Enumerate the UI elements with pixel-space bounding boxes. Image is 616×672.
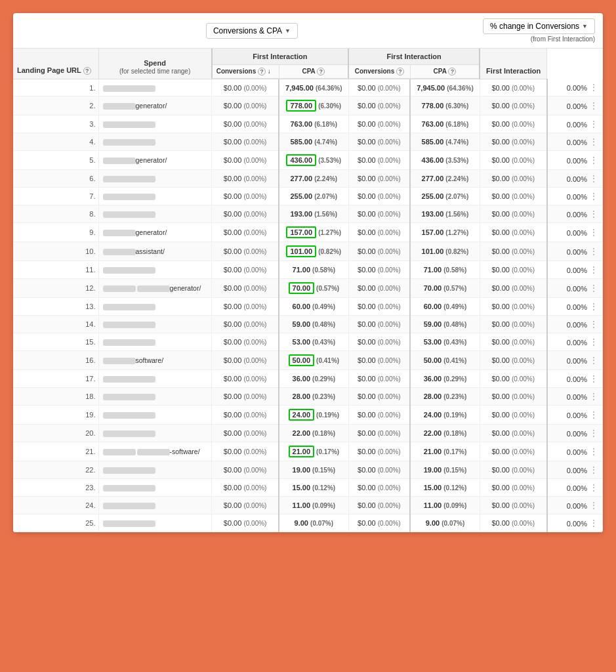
row-menu-icon[interactable]: ⋮ — [589, 518, 598, 528]
row-menu-icon[interactable]: ⋮ — [589, 319, 598, 329]
row-change: 0.00% ⋮ — [547, 514, 603, 532]
change-conversions-dropdown[interactable]: % change in Conversions ▼ — [483, 18, 595, 34]
row-conv1: 778.00 (6.30%) — [279, 96, 348, 116]
row-conv1: 7,945.00 (64.36%) — [279, 79, 348, 96]
cpa2-value: $0.00 — [491, 519, 510, 527]
spend-pct: (0.00%) — [243, 229, 266, 236]
row-menu-icon[interactable]: ⋮ — [589, 428, 598, 438]
row-number: 12. — [13, 279, 98, 298]
url-text: generator/ — [170, 284, 201, 292]
spend-pct: (0.00%) — [243, 303, 266, 310]
table-row: 3.$0.00 (0.00%)763.00 (6.18%)$0.00 (0.00… — [13, 116, 603, 133]
row-number: 6. — [13, 170, 98, 188]
row-url — [98, 205, 212, 223]
row-cpa2: $0.00 (0.00%) — [480, 333, 546, 351]
row-spend: $0.00 (0.00%) — [212, 497, 279, 514]
row-menu-icon[interactable]: ⋮ — [589, 100, 598, 111]
table-row: 18.$0.00 (0.00%)28.00 (0.23%)$0.00 (0.00… — [13, 388, 603, 406]
row-menu-icon[interactable]: ⋮ — [589, 446, 598, 457]
row-menu-icon[interactable]: ⋮ — [589, 82, 598, 93]
row-menu-icon[interactable]: ⋮ — [589, 173, 598, 184]
row-conv2: 22.00 (0.18%) — [410, 425, 480, 442]
row-menu-icon[interactable]: ⋮ — [589, 246, 598, 257]
spend-value: $0.00 — [224, 466, 242, 474]
spend-pct: (0.00%) — [243, 175, 266, 182]
cpa2-value: $0.00 — [491, 175, 510, 182]
row-menu-icon[interactable]: ⋮ — [589, 209, 598, 219]
row-menu-icon[interactable]: ⋮ — [589, 391, 598, 402]
row-url — [98, 333, 212, 351]
conv1-value: 157.00 — [286, 226, 316, 238]
conv2-pct: (0.07%) — [441, 520, 464, 527]
row-menu-icon[interactable]: ⋮ — [589, 410, 598, 420]
conv1-sort-icon[interactable]: ↓ — [268, 68, 271, 75]
row-cpa2: $0.00 (0.00%) — [480, 406, 546, 425]
cpa2-value: $0.00 — [491, 102, 510, 110]
row-spend: $0.00 (0.00%) — [212, 461, 279, 479]
cpa2-value: $0.00 — [491, 429, 510, 437]
table-row: 10.assistant/$0.00 (0.00%)101.00 (0.82%)… — [13, 242, 603, 261]
conv2-value: 15.00 — [424, 484, 442, 492]
row-conv1: 255.00 (2.07%) — [279, 188, 348, 205]
row-menu-icon[interactable]: ⋮ — [589, 155, 598, 165]
conv2-pct: (0.48%) — [443, 321, 466, 328]
cpa1-value: $0.00 — [358, 175, 376, 182]
spend-value: $0.00 — [224, 484, 242, 492]
row-menu-icon[interactable]: ⋮ — [589, 283, 598, 293]
row-menu-icon[interactable]: ⋮ — [589, 373, 598, 384]
table-row: 14.$0.00 (0.00%)59.00 (0.48%)$0.00 (0.00… — [13, 316, 603, 333]
cpa2-pct: (0.00%) — [512, 467, 535, 474]
row-spend: $0.00 (0.00%) — [212, 316, 279, 333]
row-url — [98, 497, 212, 514]
row-menu-icon[interactable]: ⋮ — [589, 227, 598, 238]
row-menu-icon[interactable]: ⋮ — [589, 337, 598, 347]
row-conv1: 36.00 (0.29%) — [279, 370, 348, 388]
row-menu-icon[interactable]: ⋮ — [589, 136, 598, 147]
cpa1-help-icon[interactable]: ? — [317, 68, 325, 75]
cpa2-help-icon[interactable]: ? — [448, 68, 456, 75]
conversions-cpa-dropdown[interactable]: Conversions & CPA ▼ — [206, 23, 298, 39]
conv1-value: 70.00 — [289, 282, 315, 294]
table-row: 23.$0.00 (0.00%)15.00 (0.12%)$0.00 (0.00… — [13, 479, 603, 497]
conv1-value: 50.00 — [289, 354, 315, 366]
conv2-help-icon[interactable]: ? — [396, 68, 404, 75]
change-value: 0.00% — [567, 321, 587, 329]
conversions-cpa-label: Conversions & CPA — [213, 26, 282, 35]
blurred-url — [103, 339, 155, 346]
row-menu-icon[interactable]: ⋮ — [589, 500, 598, 511]
cpa2-pct: (0.00%) — [512, 85, 535, 92]
cpa2-value: $0.00 — [491, 84, 510, 92]
cpa2-pct: (0.00%) — [512, 448, 535, 455]
cpa1-pct: (0.00%) — [378, 211, 401, 218]
row-cpa1: $0.00 (0.00%) — [348, 514, 410, 532]
cpa1-pct: (0.00%) — [378, 229, 401, 236]
cpa2-value: $0.00 — [491, 466, 510, 474]
landing-page-help-icon[interactable]: ? — [83, 67, 91, 75]
table-row: 9.generator/$0.00 (0.00%)157.00 (1.27%)$… — [13, 223, 603, 242]
col-header-landing-page: Landing Page URL ? — [13, 49, 98, 79]
conv1-pct: (2.24%) — [314, 175, 337, 182]
row-menu-icon[interactable]: ⋮ — [589, 482, 598, 493]
blurred-url — [103, 322, 155, 328]
conv1-help-icon[interactable]: ? — [258, 68, 266, 75]
row-menu-icon[interactable]: ⋮ — [589, 355, 598, 366]
conv2-pct: (0.57%) — [443, 285, 466, 292]
row-spend: $0.00 (0.00%) — [212, 279, 279, 298]
row-menu-icon[interactable]: ⋮ — [589, 119, 598, 129]
spend-pct: (0.00%) — [243, 102, 266, 110]
row-cpa2: $0.00 (0.00%) — [480, 261, 546, 279]
col-header-cpa2: CPA ? — [410, 65, 480, 79]
row-menu-icon[interactable]: ⋮ — [589, 191, 598, 201]
row-spend: $0.00 (0.00%) — [212, 223, 279, 242]
cpa1-pct: (0.00%) — [378, 248, 401, 255]
cpa1-pct: (0.00%) — [378, 393, 401, 400]
change-value: 0.00% — [567, 157, 587, 165]
row-menu-icon[interactable]: ⋮ — [589, 264, 598, 275]
col-header-spend: Spend (for selected time range) — [98, 49, 212, 79]
row-change: 0.00% ⋮ — [547, 133, 603, 151]
conv2-pct: (0.15%) — [443, 467, 466, 474]
blurred-url — [103, 394, 155, 400]
conv1-pct: (0.41%) — [316, 357, 339, 364]
row-menu-icon[interactable]: ⋮ — [589, 301, 598, 312]
row-menu-icon[interactable]: ⋮ — [589, 465, 598, 475]
